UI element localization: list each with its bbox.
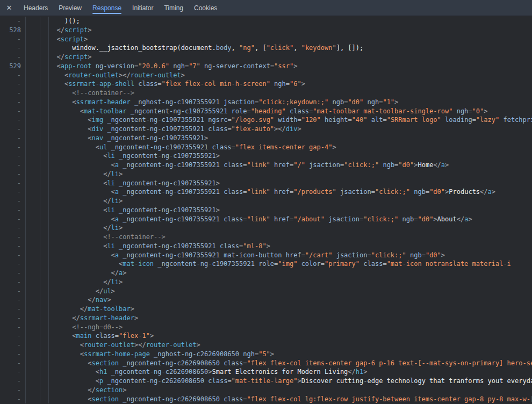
gutter-divider (40, 259, 49, 269)
line-number: - (0, 44, 26, 53)
code-text: </ssrmart-header> (49, 314, 532, 323)
gutter-divider (40, 98, 49, 107)
line-number: - (0, 377, 26, 386)
line-number: - (0, 71, 26, 80)
gutter-divider (40, 331, 49, 341)
tab-timing[interactable]: Timing (159, 0, 189, 16)
code-text: </li> (49, 223, 532, 233)
gutter-divider (26, 197, 40, 206)
tab-label: Preview (59, 4, 82, 12)
code-text: <router-outlet></router-outlet> (49, 71, 532, 80)
line-number: - (0, 80, 26, 89)
code-text: <h1 _ngcontent-ng-c2626908650>Smart Elec… (49, 367, 532, 377)
request-detail-tabbar: ✕ Headers Preview Response Initiator Tim… (0, 0, 532, 16)
code-line: - <a _ngcontent-ng-c1907355921 class="li… (0, 215, 532, 224)
line-number: - (0, 331, 26, 341)
code-line: - <nav _ngcontent-ng-c1907355921> (0, 134, 532, 143)
tab-cookies[interactable]: Cookies (189, 0, 222, 16)
gutter-divider (26, 269, 40, 278)
gutter-divider (26, 35, 40, 44)
gutter-divider (40, 350, 49, 359)
code-text: <section _ngcontent-ng-c2626908650 class… (49, 395, 532, 404)
gutter-divider (26, 125, 40, 134)
tab-headers[interactable]: Headers (18, 0, 53, 16)
code-text: <mat-toolbar _ngcontent-ng-c1907355921 r… (49, 107, 532, 116)
line-number: - (0, 206, 26, 215)
gutter-divider (40, 89, 49, 98)
code-line: - <li _ngcontent-ng-c1907355921> (0, 179, 532, 188)
code-line: - <ssrmart-home-page _nghost-ng-c2626908… (0, 350, 532, 359)
code-text: <main class="flex-1"> (49, 331, 532, 341)
tab-initiator[interactable]: Initiator (127, 0, 159, 16)
gutter-divider (40, 323, 49, 332)
gutter-divider (26, 395, 40, 404)
gutter-divider (40, 359, 49, 368)
code-text: <a _ngcontent-ng-c1907355921 class="link… (49, 215, 532, 224)
line-number: - (0, 223, 26, 233)
response-source-view[interactable]: - )();528 </script>- <script>- window.__… (0, 16, 532, 404)
gutter-divider (40, 187, 49, 197)
code-text: </script> (49, 53, 532, 62)
line-number: 528 (0, 26, 26, 35)
gutter-divider (26, 359, 40, 368)
code-line: - </li> (0, 197, 532, 206)
gutter-divider (40, 269, 49, 278)
line-number: - (0, 305, 26, 314)
code-line: - <a _ngcontent-ng-c1907355921 mat-icon-… (0, 251, 532, 260)
code-text: <li _ngcontent-ng-c1907355921 class="ml-… (49, 242, 532, 251)
gutter-divider (40, 251, 49, 260)
code-text: </nav> (49, 295, 532, 305)
close-button[interactable]: ✕ (0, 0, 18, 16)
code-text: <ul _ngcontent-ng-c1907355921 class="fle… (49, 143, 532, 152)
code-line: - </li> (0, 223, 532, 233)
line-number: - (0, 259, 26, 269)
gutter-divider (26, 89, 40, 98)
code-line: - </nav> (0, 295, 532, 305)
code-line: - <li _ngcontent-ng-c1907355921> (0, 206, 532, 215)
gutter-divider (26, 215, 40, 224)
code-text: <!--container--> (49, 89, 532, 98)
tab-response[interactable]: Response (87, 0, 127, 16)
gutter-divider (40, 161, 49, 170)
gutter-divider (26, 161, 40, 170)
line-number: - (0, 53, 26, 62)
code-line: - <!--ngh=d0--> (0, 323, 532, 332)
gutter-divider (40, 341, 49, 350)
gutter-divider (40, 107, 49, 116)
line-number: - (0, 287, 26, 296)
gutter-divider (26, 179, 40, 188)
line-number: - (0, 98, 26, 107)
tab-preview[interactable]: Preview (53, 0, 87, 16)
gutter-divider (40, 206, 49, 215)
code-line: - </script> (0, 53, 532, 62)
gutter-divider (26, 107, 40, 116)
line-number: - (0, 179, 26, 188)
line-number: - (0, 215, 26, 224)
code-text: <router-outlet></router-outlet> (49, 341, 532, 350)
gutter-divider (40, 116, 49, 125)
tab-label: Initiator (132, 4, 153, 12)
code-line: - </ssrmart-header> (0, 314, 532, 323)
code-text: <li _ngcontent-ng-c1907355921> (49, 206, 532, 215)
gutter-divider (40, 367, 49, 377)
code-line: - </ul> (0, 287, 532, 296)
code-text: <!--ngh=d0--> (49, 323, 532, 332)
line-number: - (0, 152, 26, 161)
code-line: - <ul _ngcontent-ng-c1907355921 class="f… (0, 143, 532, 152)
gutter-divider (40, 143, 49, 152)
code-text: <div _ngcontent-ng-c1907355921 class="fl… (49, 125, 532, 134)
gutter-divider (40, 170, 49, 179)
gutter-divider (40, 295, 49, 305)
code-line: - </mat-toolbar> (0, 305, 532, 314)
gutter-divider (40, 278, 49, 287)
line-number: - (0, 323, 26, 332)
line-number: - (0, 187, 26, 197)
gutter-divider (40, 71, 49, 80)
gutter-divider (40, 35, 49, 44)
line-number: - (0, 314, 26, 323)
line-number: - (0, 386, 26, 395)
gutter-divider (40, 242, 49, 251)
code-line: - <h1 _ngcontent-ng-c2626908650>Smart El… (0, 367, 532, 377)
code-text: </section> (49, 386, 532, 395)
gutter-divider (26, 323, 40, 332)
